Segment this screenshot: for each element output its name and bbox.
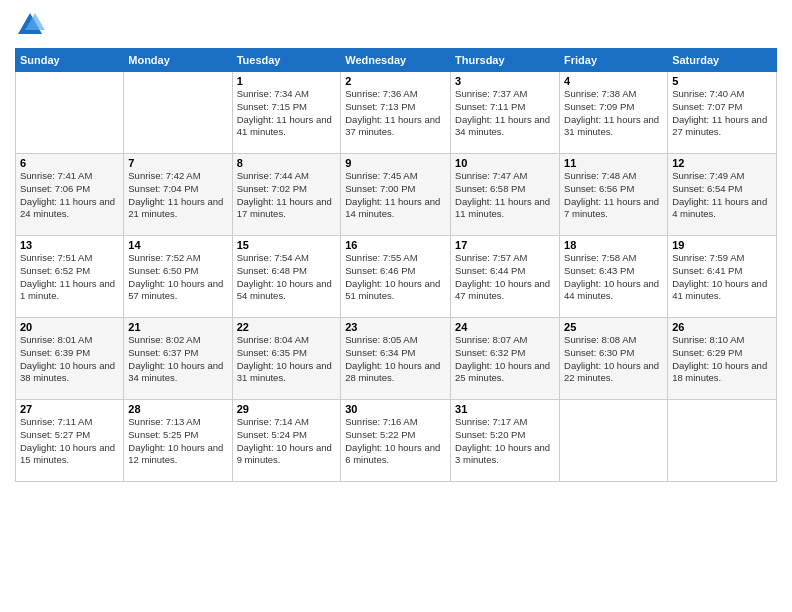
day-cell: 7Sunrise: 7:42 AMSunset: 7:04 PMDaylight…	[124, 154, 232, 236]
day-detail: Sunrise: 7:51 AMSunset: 6:52 PMDaylight:…	[20, 252, 119, 303]
week-row-5: 27Sunrise: 7:11 AMSunset: 5:27 PMDayligh…	[16, 400, 777, 482]
day-detail: Sunrise: 8:01 AMSunset: 6:39 PMDaylight:…	[20, 334, 119, 385]
week-row-3: 13Sunrise: 7:51 AMSunset: 6:52 PMDayligh…	[16, 236, 777, 318]
day-number: 26	[672, 321, 772, 333]
day-number: 6	[20, 157, 119, 169]
day-number: 28	[128, 403, 227, 415]
day-number: 10	[455, 157, 555, 169]
day-number: 9	[345, 157, 446, 169]
day-cell: 11Sunrise: 7:48 AMSunset: 6:56 PMDayligh…	[560, 154, 668, 236]
day-cell: 16Sunrise: 7:55 AMSunset: 6:46 PMDayligh…	[341, 236, 451, 318]
header	[15, 10, 777, 40]
day-cell	[124, 72, 232, 154]
day-number: 18	[564, 239, 663, 251]
day-detail: Sunrise: 8:02 AMSunset: 6:37 PMDaylight:…	[128, 334, 227, 385]
day-detail: Sunrise: 7:48 AMSunset: 6:56 PMDaylight:…	[564, 170, 663, 221]
day-number: 2	[345, 75, 446, 87]
day-cell: 31Sunrise: 7:17 AMSunset: 5:20 PMDayligh…	[451, 400, 560, 482]
logo-icon	[15, 10, 45, 40]
day-detail: Sunrise: 7:17 AMSunset: 5:20 PMDaylight:…	[455, 416, 555, 467]
day-number: 31	[455, 403, 555, 415]
day-number: 21	[128, 321, 227, 333]
day-header-sunday: Sunday	[16, 49, 124, 72]
day-number: 30	[345, 403, 446, 415]
day-cell: 17Sunrise: 7:57 AMSunset: 6:44 PMDayligh…	[451, 236, 560, 318]
day-cell: 13Sunrise: 7:51 AMSunset: 6:52 PMDayligh…	[16, 236, 124, 318]
day-number: 19	[672, 239, 772, 251]
day-cell	[16, 72, 124, 154]
day-number: 3	[455, 75, 555, 87]
day-number: 14	[128, 239, 227, 251]
day-number: 16	[345, 239, 446, 251]
day-cell: 6Sunrise: 7:41 AMSunset: 7:06 PMDaylight…	[16, 154, 124, 236]
day-detail: Sunrise: 7:49 AMSunset: 6:54 PMDaylight:…	[672, 170, 772, 221]
day-header-wednesday: Wednesday	[341, 49, 451, 72]
day-detail: Sunrise: 7:58 AMSunset: 6:43 PMDaylight:…	[564, 252, 663, 303]
day-cell: 5Sunrise: 7:40 AMSunset: 7:07 PMDaylight…	[668, 72, 777, 154]
logo	[15, 10, 49, 40]
day-cell: 30Sunrise: 7:16 AMSunset: 5:22 PMDayligh…	[341, 400, 451, 482]
day-number: 1	[237, 75, 337, 87]
day-detail: Sunrise: 7:41 AMSunset: 7:06 PMDaylight:…	[20, 170, 119, 221]
day-detail: Sunrise: 7:45 AMSunset: 7:00 PMDaylight:…	[345, 170, 446, 221]
day-cell: 28Sunrise: 7:13 AMSunset: 5:25 PMDayligh…	[124, 400, 232, 482]
day-cell: 21Sunrise: 8:02 AMSunset: 6:37 PMDayligh…	[124, 318, 232, 400]
day-number: 24	[455, 321, 555, 333]
day-number: 27	[20, 403, 119, 415]
day-number: 4	[564, 75, 663, 87]
day-number: 11	[564, 157, 663, 169]
day-cell: 8Sunrise: 7:44 AMSunset: 7:02 PMDaylight…	[232, 154, 341, 236]
week-row-4: 20Sunrise: 8:01 AMSunset: 6:39 PMDayligh…	[16, 318, 777, 400]
day-number: 15	[237, 239, 337, 251]
day-detail: Sunrise: 7:13 AMSunset: 5:25 PMDaylight:…	[128, 416, 227, 467]
day-header-saturday: Saturday	[668, 49, 777, 72]
day-number: 5	[672, 75, 772, 87]
day-detail: Sunrise: 8:08 AMSunset: 6:30 PMDaylight:…	[564, 334, 663, 385]
day-detail: Sunrise: 7:40 AMSunset: 7:07 PMDaylight:…	[672, 88, 772, 139]
day-detail: Sunrise: 7:14 AMSunset: 5:24 PMDaylight:…	[237, 416, 337, 467]
day-detail: Sunrise: 7:38 AMSunset: 7:09 PMDaylight:…	[564, 88, 663, 139]
day-cell: 29Sunrise: 7:14 AMSunset: 5:24 PMDayligh…	[232, 400, 341, 482]
day-cell: 25Sunrise: 8:08 AMSunset: 6:30 PMDayligh…	[560, 318, 668, 400]
day-cell: 15Sunrise: 7:54 AMSunset: 6:48 PMDayligh…	[232, 236, 341, 318]
day-cell: 18Sunrise: 7:58 AMSunset: 6:43 PMDayligh…	[560, 236, 668, 318]
calendar: SundayMondayTuesdayWednesdayThursdayFrid…	[15, 48, 777, 482]
day-cell: 2Sunrise: 7:36 AMSunset: 7:13 PMDaylight…	[341, 72, 451, 154]
day-number: 17	[455, 239, 555, 251]
day-detail: Sunrise: 7:47 AMSunset: 6:58 PMDaylight:…	[455, 170, 555, 221]
day-detail: Sunrise: 7:54 AMSunset: 6:48 PMDaylight:…	[237, 252, 337, 303]
day-detail: Sunrise: 7:11 AMSunset: 5:27 PMDaylight:…	[20, 416, 119, 467]
day-cell: 9Sunrise: 7:45 AMSunset: 7:00 PMDaylight…	[341, 154, 451, 236]
day-cell: 14Sunrise: 7:52 AMSunset: 6:50 PMDayligh…	[124, 236, 232, 318]
day-cell: 3Sunrise: 7:37 AMSunset: 7:11 PMDaylight…	[451, 72, 560, 154]
day-cell: 4Sunrise: 7:38 AMSunset: 7:09 PMDaylight…	[560, 72, 668, 154]
day-header-tuesday: Tuesday	[232, 49, 341, 72]
day-cell: 1Sunrise: 7:34 AMSunset: 7:15 PMDaylight…	[232, 72, 341, 154]
day-header-friday: Friday	[560, 49, 668, 72]
calendar-header-row: SundayMondayTuesdayWednesdayThursdayFrid…	[16, 49, 777, 72]
day-number: 20	[20, 321, 119, 333]
day-detail: Sunrise: 8:04 AMSunset: 6:35 PMDaylight:…	[237, 334, 337, 385]
day-number: 8	[237, 157, 337, 169]
calendar-body: 1Sunrise: 7:34 AMSunset: 7:15 PMDaylight…	[16, 72, 777, 482]
day-cell: 26Sunrise: 8:10 AMSunset: 6:29 PMDayligh…	[668, 318, 777, 400]
day-detail: Sunrise: 8:10 AMSunset: 6:29 PMDaylight:…	[672, 334, 772, 385]
day-header-thursday: Thursday	[451, 49, 560, 72]
week-row-1: 1Sunrise: 7:34 AMSunset: 7:15 PMDaylight…	[16, 72, 777, 154]
day-cell: 23Sunrise: 8:05 AMSunset: 6:34 PMDayligh…	[341, 318, 451, 400]
day-detail: Sunrise: 7:59 AMSunset: 6:41 PMDaylight:…	[672, 252, 772, 303]
day-number: 13	[20, 239, 119, 251]
page: SundayMondayTuesdayWednesdayThursdayFrid…	[0, 0, 792, 612]
day-detail: Sunrise: 7:52 AMSunset: 6:50 PMDaylight:…	[128, 252, 227, 303]
day-number: 23	[345, 321, 446, 333]
day-detail: Sunrise: 7:36 AMSunset: 7:13 PMDaylight:…	[345, 88, 446, 139]
day-cell: 24Sunrise: 8:07 AMSunset: 6:32 PMDayligh…	[451, 318, 560, 400]
day-cell	[560, 400, 668, 482]
day-detail: Sunrise: 7:55 AMSunset: 6:46 PMDaylight:…	[345, 252, 446, 303]
day-number: 7	[128, 157, 227, 169]
day-cell: 10Sunrise: 7:47 AMSunset: 6:58 PMDayligh…	[451, 154, 560, 236]
week-row-2: 6Sunrise: 7:41 AMSunset: 7:06 PMDaylight…	[16, 154, 777, 236]
day-number: 22	[237, 321, 337, 333]
day-detail: Sunrise: 7:57 AMSunset: 6:44 PMDaylight:…	[455, 252, 555, 303]
day-cell: 20Sunrise: 8:01 AMSunset: 6:39 PMDayligh…	[16, 318, 124, 400]
